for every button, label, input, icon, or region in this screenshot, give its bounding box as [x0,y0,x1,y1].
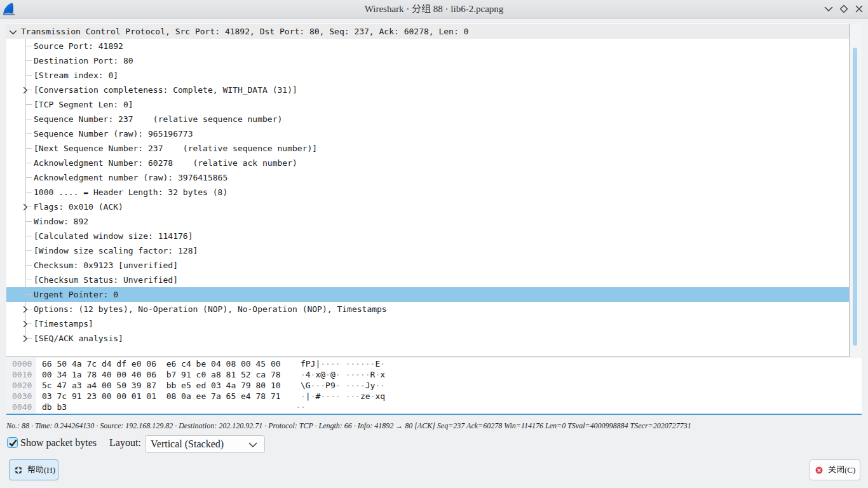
tree-row[interactable]: Sequence Number: 237 (relative sequence … [6,112,849,126]
hex-ascii: ·4·x@·@· ·····R·x [301,370,385,379]
tree-row[interactable]: [Conversation completeness: Complete, WI… [6,83,849,97]
cjk-glyph [828,465,836,473]
tree-row-text: [Stream index: 0] [6,68,849,83]
tree-row-text: [Checksum Status: Unverified] [6,273,849,287]
help-button[interactable]: (H) [9,459,58,480]
tree-row[interactable]: Source Port: 41892 [6,39,849,53]
tree-row-text: Sequence Number (raw): 965196773 [6,126,849,141]
tree-row[interactable]: Transmission Control Protocol, Src Port:… [6,24,849,39]
hex-bytes: 66 50 4a 7c d4 df e0 06 e6 c4 be 04 08 0… [32,359,301,369]
tree-row[interactable]: [SEQ/ACK analysis] [6,331,849,346]
expander-expanded-icon[interactable] [9,30,17,35]
tree-row-text: [Conversation completeness: Complete, WI… [6,83,849,97]
cjk-glyph [836,465,844,473]
titlebar: Wireshark · 88 · lib6-2.pcapng [0,0,868,18]
expander-collapsed-icon[interactable] [23,203,28,211]
tree-row-text: Acknowledgment Number: 60278 (relative a… [6,156,849,170]
tree-row[interactable]: Urgent Pointer: 0 [6,287,849,302]
tree-row[interactable]: Destination Port: 80 [6,53,849,68]
tree-row-text: [Next Sequence Number: 237 (relative seq… [6,141,849,156]
hex-offset: 0020 [12,381,32,390]
tree-row[interactable]: [Calculated window size: 114176] [6,229,849,243]
expander-collapsed-icon[interactable] [23,320,28,328]
packet-details-tree: Transmission Control Protocol, Src Port:… [6,24,862,357]
hex-row[interactable]: 0030 03 7c 91 23 00 00 01 01 08 0a ee 7a… [6,391,385,402]
tree-branch-tick [25,133,32,134]
tree-row[interactable]: [TCP Segment Len: 0] [6,97,849,112]
packet-bytes-pane: 0000 66 50 4a 7c d4 df e0 06 e6 c4 be 04… [6,358,862,415]
cjk-glyph [27,465,36,473]
layout-label: Layout: [109,436,141,449]
hex-offset: 0030 [12,391,32,401]
tree-branch-tick [25,265,32,266]
tree-row-text: Destination Port: 80 [6,53,849,68]
hex-row[interactable]: 0000 66 50 4a 7c d4 df e0 06 e6 c4 be 04… [6,358,385,369]
tree-branch-tick [25,104,32,105]
tree-row[interactable]: [Timestamps] [6,316,849,331]
expander-collapsed-icon[interactable] [23,306,28,313]
tree-row-text: [Calculated window size: 114176] [6,229,849,243]
tree-row-text: Flags: 0x010 (ACK) [6,200,849,214]
tree-branch-tick [25,119,32,119]
show-packet-bytes-checkbox[interactable] [7,437,18,448]
close-window-button[interactable] [851,0,867,18]
close-red-circle-icon [815,466,823,474]
expander-collapsed-icon[interactable] [23,86,28,94]
tree-branch-tick [25,221,32,222]
tree-row-text: [SEQ/ACK analysis] [6,331,849,346]
window-title: Wireshark · 88 · lib6-2.pcapng [0,0,868,18]
tree-row[interactable]: [Next Sequence Number: 237 (relative seq… [6,141,849,156]
tree-row[interactable]: Acknowledgment Number: 60278 (relative a… [6,156,849,170]
tree-row[interactable]: Acknowledgment number (raw): 3976415865 [6,170,849,185]
tree-row-text: 1000 .... = Header Length: 32 bytes (8) [6,185,849,200]
packet-dialog-window: Wireshark · 88 · lib6-2.pcapng Transmiss… [0,0,868,488]
hex-ascii: fPJ|···· ······E· [301,359,385,369]
hex-row[interactable]: 0010 00 34 1a 78 40 00 40 06 b7 91 c0 a8… [6,369,385,380]
tree-rows: Transmission Control Protocol, Src Port:… [6,24,849,346]
tree-row-text: Acknowledgment number (raw): 3976415865 [6,170,849,185]
tree-row[interactable]: Sequence Number (raw): 965196773 [6,126,849,141]
maximize-button[interactable] [836,0,851,18]
tree-row-text: [Window size scaling factor: 128] [6,243,849,258]
tree-branch-tick [25,294,32,295]
tree-row-text: Checksum: 0x9123 [unverified] [6,258,849,273]
hex-ascii: ·· [295,402,306,412]
tree-row[interactable]: [Window size scaling factor: 128] [6,243,849,258]
help-lifebuoy-icon [15,466,22,474]
tree-row-text: Window: 892 [6,214,849,229]
hex-bytes: 03 7c 91 23 00 00 01 01 08 0a ee 7a 65 e… [32,391,301,401]
hex-bytes: db b3 [32,402,295,412]
tree-row[interactable]: Flags: 0x010 (ACK) [6,200,849,214]
tree-branch-tick [25,192,32,193]
tree-row[interactable]: 1000 .... = Header Length: 32 bytes (8) [6,185,849,200]
hex-row[interactable]: 0040 db b3 ·· [6,402,385,412]
hex-row[interactable]: 0020 5c 47 a3 a4 00 50 39 87 bb e5 ed 03… [6,380,385,391]
show-packet-bytes-label[interactable]: Show packet bytes [20,436,97,449]
hex-rows: 0000 66 50 4a 7c d4 df e0 06 e6 c4 be 04… [6,358,385,412]
tree-row[interactable]: Options: (12 bytes), No-Operation (NOP),… [6,302,849,316]
cjk-glyph [412,4,421,13]
tree-branch-tick [25,236,32,236]
tree-row[interactable]: [Stream index: 0] [6,68,849,83]
tree-branch-tick [25,46,32,46]
tree-row-text: [Timestamps] [6,316,849,331]
hex-ascii: \G···P9· ····Jy·· [301,381,385,390]
tree-branch-tick [25,250,32,251]
tree-branch-tick [25,280,32,280]
vertical-scrollbar[interactable] [849,24,862,357]
tree-branch-tick [25,148,32,149]
expander-collapsed-icon[interactable] [23,335,28,342]
tree-row[interactable]: [Checksum Status: Unverified] [6,273,849,287]
minimize-button[interactable] [821,0,836,18]
tree-row[interactable]: Checksum: 0x9123 [unverified] [6,258,849,273]
tree-row-text: Options: (12 bytes), No-Operation (NOP),… [6,302,849,316]
scrollbar-thumb[interactable] [853,48,857,346]
chevron-down-icon [248,442,257,447]
tree-row[interactable]: Window: 892 [6,214,849,229]
layout-dropdown[interactable]: Vertical (Stacked) [145,435,265,453]
layout-dropdown-value: Vertical (Stacked) [151,436,224,452]
close-button[interactable]: (C) [810,459,860,480]
close-button-label: (C) [828,465,855,475]
cjk-glyph [36,465,44,473]
tree-row-text: Transmission Control Protocol, Src Port:… [6,24,849,39]
